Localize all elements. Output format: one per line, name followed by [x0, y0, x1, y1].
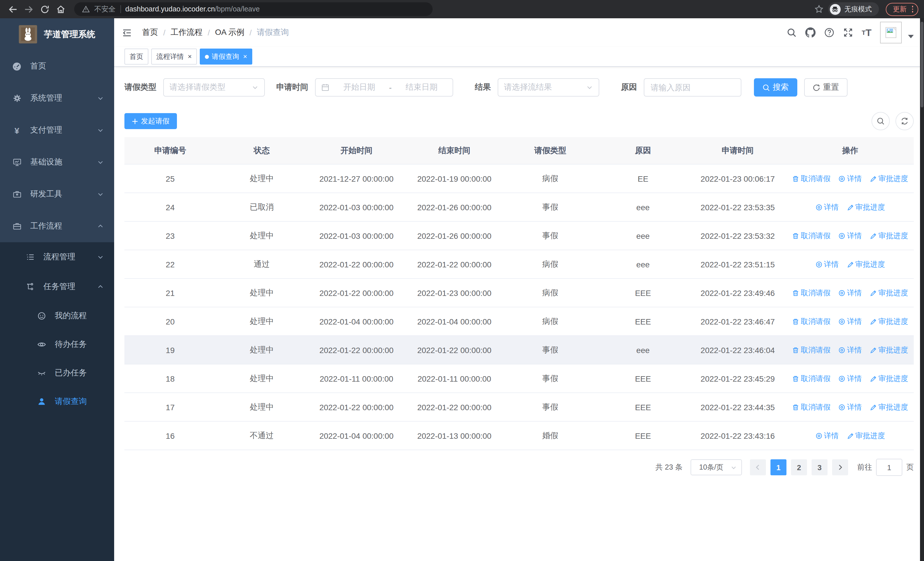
sidebar-item-done-tasks[interactable]: 已办任务	[0, 359, 114, 387]
row-action-progress[interactable]: 审批进度	[847, 202, 885, 212]
cell-id: 22	[124, 250, 216, 278]
page-button-2[interactable]: 2	[791, 459, 807, 475]
home-icon[interactable]	[54, 2, 68, 16]
row-action-progress[interactable]: 审批进度	[847, 430, 885, 441]
sidebar-item-infra[interactable]: 基础设施	[0, 146, 114, 178]
sidebar-item-home[interactable]: 首页	[0, 50, 114, 82]
page-button-3[interactable]: 3	[812, 459, 828, 475]
row-action-cancel[interactable]: 取消请假	[792, 345, 830, 355]
bookmark-star-icon[interactable]	[812, 2, 825, 16]
row-action-cancel[interactable]: 取消请假	[792, 288, 830, 298]
prev-page-button[interactable]	[750, 459, 766, 475]
row-action-progress[interactable]: 审批进度	[870, 373, 908, 384]
row-action-progress[interactable]: 审批进度	[870, 173, 908, 183]
row-action-detail[interactable]: 详情	[838, 288, 862, 298]
avatar-caret-icon[interactable]	[908, 35, 914, 38]
sidebar-item-process-mgmt[interactable]: 流程管理	[0, 242, 114, 272]
github-icon[interactable]	[805, 27, 816, 38]
cell-apply-time: 2022-01-22 23:45:29	[689, 364, 787, 393]
row-action-progress[interactable]: 审批进度	[847, 259, 885, 269]
url-divider	[120, 5, 121, 13]
result-select[interactable]: 请选择流结果	[498, 78, 599, 96]
tab-leave-query[interactable]: 请假查询 ×	[200, 48, 252, 65]
row-action-progress[interactable]: 审批进度	[870, 288, 908, 298]
breadcrumb-item-workflow[interactable]: 工作流程	[171, 27, 202, 38]
row-action-progress[interactable]: 审批进度	[870, 345, 908, 355]
chevron-down-icon	[730, 464, 737, 471]
sidebar-collapse-icon[interactable]	[122, 27, 132, 38]
scrollbar-thumb[interactable]	[921, 22, 923, 107]
sidebar-item-devtools[interactable]: 研发工具	[0, 178, 114, 210]
reason-input[interactable]	[644, 78, 741, 96]
face-icon	[36, 311, 46, 320]
browser-menu-icon[interactable]	[912, 6, 913, 12]
avatar[interactable]	[880, 22, 902, 44]
row-action-detail[interactable]: 详情	[815, 202, 838, 212]
breadcrumb-item-oa[interactable]: OA 示例	[215, 27, 244, 38]
row-action-detail[interactable]: 详情	[838, 345, 862, 355]
cell-id: 19	[124, 335, 216, 364]
cell-start: 2022-01-04 00:00:00	[308, 421, 405, 450]
sidebar-item-leave-query[interactable]: 请假查询	[0, 387, 114, 416]
warning-icon	[82, 6, 90, 12]
reload-icon[interactable]	[38, 2, 51, 16]
row-action-detail[interactable]: 详情	[838, 173, 862, 183]
font-size-icon[interactable]: TT	[862, 28, 872, 38]
next-page-button[interactable]	[832, 459, 848, 475]
row-action-progress[interactable]: 审批进度	[870, 316, 908, 326]
cell-start: 2022-01-11 00:00:00	[308, 364, 405, 393]
row-action-detail[interactable]: 详情	[815, 259, 838, 269]
sidebar: 芋道管理系统 首页 系统管理 ¥	[0, 18, 114, 561]
sidebar-item-payment[interactable]: ¥ 支付管理	[0, 114, 114, 146]
logo-row[interactable]: 芋道管理系统	[0, 18, 114, 50]
leave-type-select[interactable]: 请选择请假类型	[163, 78, 265, 96]
row-action-progress[interactable]: 审批进度	[870, 230, 908, 241]
row-action-detail[interactable]: 详情	[838, 316, 862, 326]
refresh-table-button[interactable]	[896, 112, 914, 130]
row-action-cancel[interactable]: 取消请假	[792, 230, 830, 241]
cell-id: 16	[124, 421, 216, 450]
cell-actions: 取消请假详情审批进度	[787, 221, 914, 250]
row-action-detail[interactable]: 详情	[838, 373, 862, 384]
sidebar-item-my-process[interactable]: 我的流程	[0, 302, 114, 330]
row-action-detail[interactable]: 详情	[838, 230, 862, 241]
update-button[interactable]: 更新	[885, 3, 918, 16]
cell-status: 不通过	[216, 421, 308, 450]
help-icon[interactable]	[824, 27, 834, 38]
search-icon[interactable]	[786, 27, 797, 38]
create-leave-button[interactable]: 发起请假	[124, 113, 177, 129]
row-action-detail[interactable]: 详情	[838, 402, 862, 412]
fullscreen-icon[interactable]	[843, 27, 853, 38]
row-action-cancel[interactable]: 取消请假	[792, 402, 830, 412]
show-search-toggle-button[interactable]	[872, 112, 890, 130]
col-header-type: 请假类型	[503, 137, 597, 164]
row-action-progress[interactable]: 审批进度	[870, 402, 908, 412]
page-size-select[interactable]: 10条/页	[691, 459, 742, 475]
forward-icon[interactable]	[22, 2, 35, 16]
cell-status: 处理中	[216, 393, 308, 421]
sidebar-item-todo-tasks[interactable]: 待办任务	[0, 330, 114, 359]
cell-end: 2022-01-23 00:00:00	[405, 278, 503, 307]
sidebar-item-workflow[interactable]: 工作流程	[0, 210, 114, 242]
row-action-detail[interactable]: 详情	[815, 430, 838, 441]
tab-process-detail[interactable]: 流程详情 ×	[151, 48, 197, 65]
search-icon	[762, 84, 770, 91]
back-icon[interactable]	[6, 2, 20, 16]
sidebar-item-system[interactable]: 系统管理	[0, 82, 114, 114]
address-bar[interactable]: 不安全 dashboard.yudao.iocoder.cn/bpm/oa/le…	[74, 2, 433, 16]
sidebar-item-task-mgmt[interactable]: 任务管理	[0, 272, 114, 302]
goto-page-input[interactable]	[876, 459, 902, 476]
row-action-cancel[interactable]: 取消请假	[792, 173, 830, 183]
edit-icon	[847, 261, 854, 268]
page-button-1[interactable]: 1	[771, 459, 786, 475]
close-icon[interactable]: ×	[188, 53, 192, 60]
reset-button[interactable]: 重置	[804, 78, 848, 96]
scrollbar[interactable]	[920, 18, 924, 561]
close-icon[interactable]: ×	[243, 53, 247, 60]
search-button[interactable]: 搜索	[754, 78, 797, 96]
apply-time-range-picker[interactable]: 开始日期 - 结束日期	[315, 78, 453, 96]
row-action-cancel[interactable]: 取消请假	[792, 316, 830, 326]
breadcrumb-item-home[interactable]: 首页	[142, 27, 158, 38]
tab-home[interactable]: 首页	[124, 48, 148, 65]
row-action-cancel[interactable]: 取消请假	[792, 373, 830, 384]
